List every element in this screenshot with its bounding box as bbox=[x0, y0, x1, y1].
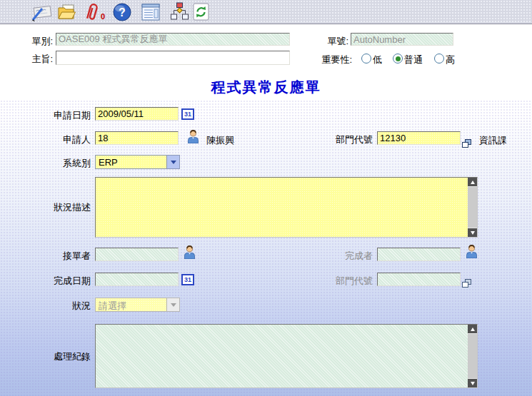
form-no-input[interactable] bbox=[351, 33, 453, 46]
scroll-down-icon[interactable] bbox=[468, 379, 477, 387]
form-type-input[interactable] bbox=[56, 33, 290, 46]
app-window: 0 ? bbox=[0, 0, 532, 396]
attachment-count-badge: 0 bbox=[101, 12, 105, 21]
priority-radio-low[interactable] bbox=[361, 54, 371, 64]
subject-input[interactable] bbox=[56, 51, 290, 65]
status-desc-textarea-wrap bbox=[95, 177, 478, 238]
system-type-value: ERP bbox=[96, 156, 166, 168]
dept-code2-label: 部門代號 bbox=[308, 275, 373, 288]
form-type-label: 單別: bbox=[20, 35, 53, 48]
system-type-label: 系統別 bbox=[26, 157, 91, 170]
status-select[interactable]: 請選擇 bbox=[95, 298, 180, 312]
scroll-down-icon[interactable] bbox=[468, 228, 477, 237]
complete-date-input[interactable] bbox=[95, 273, 179, 286]
completer-input[interactable] bbox=[377, 248, 461, 261]
refresh-icon[interactable] bbox=[192, 2, 210, 24]
help-icon[interactable]: ? bbox=[113, 3, 131, 24]
dept-code-label: 部門代號 bbox=[308, 133, 373, 146]
process-record-label: 處理紀錄 bbox=[26, 350, 91, 363]
priority-radio-high-label: 高 bbox=[446, 54, 455, 66]
dept-picker-icon[interactable] bbox=[462, 138, 471, 151]
completer-label: 完成者 bbox=[308, 250, 373, 263]
process-record-textarea[interactable] bbox=[96, 325, 471, 390]
process-record-textarea-wrap bbox=[95, 324, 478, 388]
dept-code-input[interactable] bbox=[377, 131, 461, 145]
workflow-icon[interactable] bbox=[169, 2, 189, 24]
system-type-select[interactable]: ERP bbox=[95, 155, 180, 169]
completer-person-picker-icon[interactable] bbox=[466, 244, 478, 261]
scrollbar-track[interactable] bbox=[468, 186, 477, 228]
dept2-picker-icon[interactable] bbox=[462, 278, 471, 291]
receiver-label: 接單者 bbox=[26, 250, 91, 263]
chevron-down-icon[interactable] bbox=[166, 156, 179, 168]
status-desc-label: 狀況描述 bbox=[26, 201, 91, 214]
status-desc-scrollbar[interactable] bbox=[468, 178, 477, 237]
attachment-paperclip-icon[interactable] bbox=[82, 1, 101, 25]
applicant-person-picker-icon[interactable] bbox=[187, 129, 199, 146]
status-label: 狀況 bbox=[26, 300, 91, 313]
scroll-up-icon[interactable] bbox=[468, 178, 477, 186]
priority-radio-normal-label: 普通 bbox=[404, 54, 423, 66]
sign-document-icon[interactable] bbox=[30, 2, 53, 25]
priority-radio-high[interactable] bbox=[434, 54, 444, 64]
scroll-up-icon[interactable] bbox=[468, 325, 477, 333]
form-no-label: 單號: bbox=[311, 35, 348, 48]
applicant-label: 申請人 bbox=[26, 133, 91, 146]
scrollbar-track[interactable] bbox=[468, 333, 477, 379]
status-select-value: 請選擇 bbox=[96, 298, 166, 311]
apply-date-label: 申請日期 bbox=[26, 109, 91, 122]
form-list-icon[interactable] bbox=[141, 4, 160, 24]
applicant-name-text: 陳振興 bbox=[206, 134, 234, 147]
calendar-picker-icon[interactable]: 31 bbox=[181, 108, 194, 120]
priority-radio-low-label: 低 bbox=[373, 54, 382, 66]
chevron-down-icon bbox=[166, 298, 179, 311]
process-record-scrollbar[interactable] bbox=[468, 325, 477, 387]
receiver-person-picker-icon[interactable] bbox=[184, 245, 196, 262]
priority-label: 重要性: bbox=[303, 54, 352, 66]
applicant-input[interactable] bbox=[95, 131, 179, 145]
dept-name-text: 資訊課 bbox=[479, 134, 507, 147]
page-title: 程式異常反應單 bbox=[0, 78, 532, 97]
svg-text:?: ? bbox=[119, 6, 126, 19]
calendar-picker-icon[interactable]: 31 bbox=[181, 274, 194, 285]
open-folder-icon[interactable] bbox=[57, 3, 76, 24]
status-desc-textarea[interactable] bbox=[96, 178, 471, 240]
subject-label: 主旨: bbox=[20, 53, 53, 66]
receiver-input[interactable] bbox=[95, 248, 179, 261]
dept-code2-input[interactable] bbox=[377, 273, 461, 286]
priority-radio-normal[interactable] bbox=[393, 54, 403, 64]
toolbar: 0 ? bbox=[0, 0, 532, 24]
apply-date-input[interactable] bbox=[95, 107, 179, 121]
complete-date-label: 完成日期 bbox=[26, 275, 91, 288]
